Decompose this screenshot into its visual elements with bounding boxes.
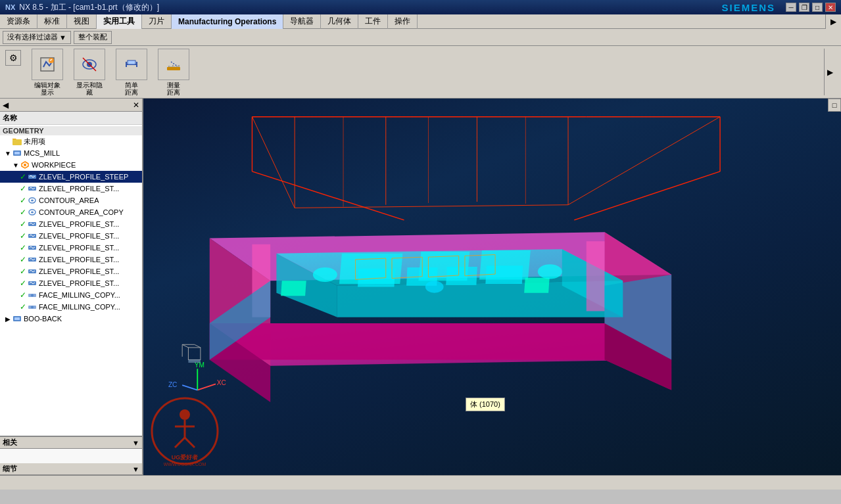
title-bar-left: NX NX 8.5 - 加工 - [cam1-b1.prt（修改的）]	[5, 2, 159, 13]
app-icon: NX	[5, 3, 15, 11]
sidebar-collapse-left-icon[interactable]: ◀	[3, 101, 9, 110]
svg-line-99	[175, 438, 185, 447]
svg-rect-8	[128, 60, 135, 64]
svg-rect-64	[524, 278, 550, 293]
tree-item-zlevel-7[interactable]: ✓ ZLEVEL_PROFILE_ST...	[0, 265, 142, 277]
tree-item-mcs-mill[interactable]: ▼ MCS_MILL	[0, 147, 142, 159]
tab-operation[interactable]: 操作	[388, 14, 418, 29]
check-icon-1: ✓	[20, 184, 26, 193]
icon-toolbar-expand-button[interactable]: ▶	[824, 49, 836, 95]
icon-toolbar: ⚙ 编辑对象 显示 显示和隐 藏	[0, 46, 841, 99]
show-hide-button[interactable]	[74, 49, 105, 80]
title-text: NX 8.5 - 加工 - [cam1-b1.prt（修改的）]	[19, 2, 159, 13]
show-hide-label: 显示和隐 藏	[76, 81, 103, 96]
check-icon-0: ✓	[20, 172, 26, 181]
svg-point-65	[313, 267, 337, 282]
tree-item-face-2[interactable]: ✓ FACE_MILLING_COPY...	[0, 301, 142, 313]
svg-point-96	[180, 409, 190, 420]
edit-display-group: 编辑对象 显示	[32, 49, 63, 96]
simple-distance-button[interactable]	[116, 49, 147, 80]
simple-distance-icon	[122, 55, 141, 74]
tab-blade[interactable]: 刀片	[142, 14, 172, 29]
edit-display-button[interactable]	[32, 49, 63, 80]
svg-line-45	[574, 172, 720, 220]
tab-navigator[interactable]: 导航器	[283, 14, 321, 29]
tab-workpiece[interactable]: 工件	[358, 14, 388, 29]
toolbar-right-arrow[interactable]: ▶	[825, 14, 841, 29]
tree-item-zlevel-3[interactable]: ✓ ZLEVEL_PROFILE_ST...	[0, 218, 142, 230]
zlevel-4-icon	[27, 231, 37, 241]
filter-selector[interactable]: 没有选择过滤器 ▼	[3, 31, 71, 44]
tab-resources[interactable]: 资源条	[0, 14, 37, 29]
main-layout: ◀ ✕ 名称 GEOMETRY 未用项	[0, 99, 841, 475]
filter-label: 没有选择过滤器	[7, 32, 58, 42]
svg-point-1	[49, 58, 54, 63]
tree-item-label-zlevel-3: ZLEVEL_PROFILE_ST...	[39, 220, 119, 228]
assembly-selector[interactable]: 整个装配	[74, 31, 112, 44]
sidebar-detail-panel[interactable]: 细节 ▼	[0, 463, 142, 475]
svg-text:UG爱好者: UG爱好者	[172, 454, 199, 461]
tab-manufacturing-ops[interactable]: Manufacturing Operations	[172, 14, 283, 29]
minimize-button[interactable]: ─	[786, 3, 796, 12]
check-icon-6: ✓	[20, 243, 26, 252]
tree-item-unused[interactable]: 未用项	[0, 135, 142, 147]
tree-item-label-mcs: MCS_MILL	[24, 149, 60, 157]
zlevel-7-icon	[27, 266, 37, 277]
tree-item-label-zlevel-5: ZLEVEL_PROFILE_ST...	[39, 244, 119, 252]
tree-item-zlevel-2[interactable]: ✓ ZLEVEL_PROFILE_ST...	[0, 183, 142, 195]
svg-line-85	[182, 385, 197, 390]
face-mill-1-icon	[27, 290, 37, 300]
sidebar-tree[interactable]: GEOMETRY 未用项 ▼ MCS_MILL	[0, 125, 142, 436]
sidebar-related-panel[interactable]: 相关 ▼	[0, 437, 142, 449]
svg-text:ZC: ZC	[168, 381, 178, 388]
filter-dropdown-icon[interactable]: ▼	[59, 34, 66, 41]
svg-line-44	[252, 172, 404, 220]
tree-item-contour-copy[interactable]: ✓ CONTOUR_AREA_COPY	[0, 206, 142, 218]
tree-item-zlevel-4[interactable]: ✓ ZLEVEL_PROFILE_ST...	[0, 230, 142, 242]
sidebar-bottom-panels: 相关 ▼ 细节 ▼	[0, 436, 142, 475]
tree-item-zlevel-6[interactable]: ✓ ZLEVEL_PROFILE_ST...	[0, 254, 142, 265]
tab-standard[interactable]: 标准	[37, 14, 67, 29]
measure-distance-label: 测量 距离	[167, 81, 180, 96]
close-button[interactable]: ✕	[825, 3, 836, 12]
tree-item-contour-area[interactable]: ✓ CONTOUR_AREA	[0, 195, 142, 206]
tree-item-zlevel-8[interactable]: ✓ ZLEVEL_PROFILE_ST...	[0, 277, 142, 289]
measure-distance-button[interactable]	[158, 49, 189, 80]
tree-toggle-mcs[interactable]: ▼	[4, 150, 12, 157]
related-panel-label: 相关	[3, 438, 17, 447]
check-icon-4: ✓	[20, 219, 26, 229]
contour-copy-icon	[27, 207, 37, 218]
tree-item-boo-back[interactable]: ▶ BOO-BACK	[0, 313, 142, 325]
svg-point-25	[31, 200, 34, 202]
zlevel-2-icon	[27, 183, 37, 194]
simple-distance-label: 简单 距离	[125, 81, 138, 96]
folder-icon	[12, 136, 22, 147]
menu-bar: 资源条 标准 视图 实用工具 刀片 Manufacturing Operatio…	[0, 14, 841, 29]
tree-item-zlevel-steep[interactable]: ✓ ZLEVEL_PROFILE_STEEP	[0, 171, 142, 183]
tree-item-label-boo-back: BOO-BACK	[24, 315, 62, 323]
svg-line-73	[252, 117, 295, 208]
tree-toggle-boo[interactable]: ▶	[4, 315, 12, 323]
tree-toggle-workpiece[interactable]: ▼	[12, 162, 20, 169]
restore-button[interactable]: ❐	[799, 3, 809, 12]
settings-gear-button[interactable]: ⚙	[5, 50, 21, 66]
tree-item-label-contour: CONTOUR_AREA	[39, 196, 99, 204]
sidebar-close-icon[interactable]: ✕	[133, 101, 139, 110]
zlevel-steep-icon	[27, 172, 37, 182]
svg-text:WWW.UGSNX.COM: WWW.UGSNX.COM	[164, 462, 206, 467]
tab-geometry[interactable]: 几何体	[321, 14, 358, 29]
viewport[interactable]: XC YM ZC 体 (1070) □	[143, 99, 841, 475]
svg-line-90	[182, 344, 188, 348]
corner-top-icon: □	[832, 101, 837, 109]
svg-rect-89	[188, 348, 200, 359]
tree-item-label-zlevel-7: ZLEVEL_PROFILE_ST...	[39, 267, 119, 275]
viewport-corner-top-button[interactable]: □	[828, 99, 841, 112]
tab-view[interactable]: 视图	[67, 14, 97, 29]
tree-item-face-1[interactable]: ✓ FACE_MILLING_COPY...	[0, 289, 142, 301]
tree-item-workpiece[interactable]: ▼ WORKPIECE	[0, 159, 142, 171]
tree-item-label-face-1: FACE_MILLING_COPY...	[39, 291, 120, 299]
tab-utility[interactable]: 实用工具	[97, 14, 142, 29]
status-bar	[0, 475, 841, 490]
tree-item-zlevel-5[interactable]: ✓ ZLEVEL_PROFILE_ST...	[0, 242, 142, 254]
maximize-button[interactable]: □	[812, 3, 823, 12]
